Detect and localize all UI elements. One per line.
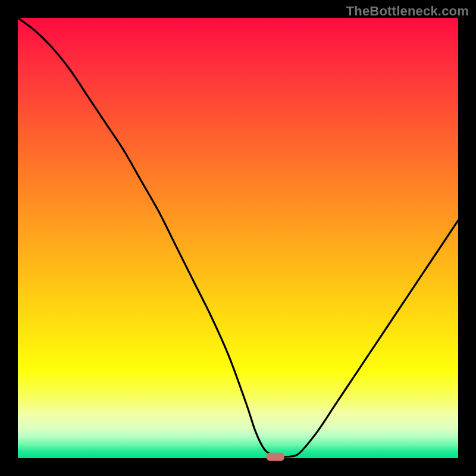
watermark-text: TheBottleneck.com [346, 4, 469, 19]
bottleneck-curve [18, 18, 458, 457]
plot-area [18, 18, 458, 458]
optimal-marker [267, 453, 284, 461]
chart-svg [18, 18, 458, 458]
chart-frame: TheBottleneck.com [0, 0, 476, 476]
